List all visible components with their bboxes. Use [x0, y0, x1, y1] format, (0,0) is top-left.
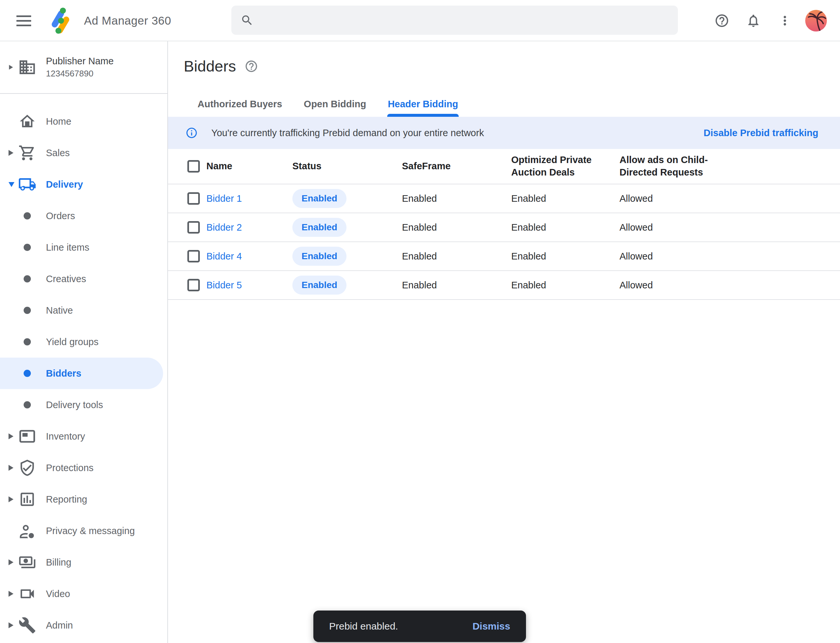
safeframe-value: Enabled: [402, 280, 511, 290]
tab-authorized-buyers[interactable]: Authorized Buyers: [198, 99, 282, 117]
bar-chart-icon: [18, 490, 36, 508]
sidebar-nav: Home Sales Delivery Orders Line items Cr…: [0, 94, 167, 641]
sidebar-item-yield-groups[interactable]: Yield groups: [0, 326, 163, 357]
opad-value: Enabled: [511, 222, 619, 233]
status-badge: Enabled: [293, 189, 346, 208]
table-row: Bidder 4 Enabled Enabled Enabled Allowed: [168, 242, 840, 271]
banner-message: You're currently trafficking Prebid dema…: [211, 127, 703, 139]
app-title: Ad Manager 360: [84, 0, 171, 41]
expand-icon: [9, 65, 13, 70]
sidebar-item-home[interactable]: Home: [0, 106, 163, 137]
sidebar-item-reporting[interactable]: Reporting: [0, 483, 163, 515]
video-camera-icon: [18, 585, 36, 603]
tab-bar: Authorized Buyers Open Bidding Header Bi…: [168, 41, 840, 117]
tab-header-bidding[interactable]: Header Bidding: [388, 99, 458, 117]
sidebar-item-admin[interactable]: Admin: [0, 610, 163, 641]
expand-icon: [8, 622, 13, 628]
palm-tree-icon: [805, 10, 827, 31]
cart-icon: [18, 144, 36, 162]
bullet-icon: [24, 212, 31, 219]
publisher-switcher[interactable]: Publisher Name 1234567890: [0, 41, 167, 94]
select-all-checkbox[interactable]: [187, 160, 200, 173]
table-row: Bidder 2 Enabled Enabled Enabled Allowed: [168, 213, 840, 242]
expand-icon: [8, 559, 13, 565]
expand-icon: [8, 150, 13, 156]
sidebar-item-delivery[interactable]: Delivery: [0, 169, 163, 200]
sidebar-item-line-items[interactable]: Line items: [0, 232, 163, 263]
toast-dismiss-button[interactable]: Dismiss: [472, 621, 510, 632]
col-header-status: Status: [293, 160, 402, 173]
row-checkbox[interactable]: [187, 250, 200, 263]
bullet-icon: [24, 338, 31, 346]
account-avatar[interactable]: [805, 10, 827, 31]
col-header-safeframe: SafeFrame: [402, 160, 511, 173]
table-row: Bidder 1 Enabled Enabled Enabled Allowed: [168, 184, 840, 213]
col-header-opad: Optimized Private Auction Deals: [511, 154, 600, 178]
menu-icon[interactable]: [16, 13, 37, 28]
disable-prebid-trafficking-link[interactable]: Disable Prebid trafficking: [703, 127, 818, 139]
truck-icon: [18, 175, 36, 194]
tab-open-bidding[interactable]: Open Bidding: [304, 99, 366, 117]
notifications-button[interactable]: [743, 10, 764, 31]
help-icon: [714, 13, 729, 28]
ad-manager-logo-icon[interactable]: [49, 7, 73, 34]
home-icon: [18, 113, 36, 130]
bullet-icon: [24, 401, 31, 408]
col-header-child-directed: Allow ads on Child-Directed Requests: [619, 154, 708, 178]
search-input[interactable]: [262, 15, 678, 26]
bullet-icon: [24, 370, 31, 377]
more-options-button[interactable]: [775, 10, 795, 31]
app-bar: Ad Manager 360: [0, 0, 840, 41]
wrench-icon: [18, 617, 36, 634]
sidebar-item-native[interactable]: Native: [0, 295, 163, 326]
sidebar-item-billing[interactable]: Billing: [0, 547, 163, 578]
child-directed-value: Allowed: [619, 251, 840, 262]
sidebar-item-orders[interactable]: Orders: [0, 200, 163, 232]
opad-value: Enabled: [511, 251, 619, 262]
expand-icon: [8, 433, 13, 439]
kebab-menu-icon: [778, 13, 792, 28]
sidebar-item-video[interactable]: Video: [0, 578, 163, 610]
toast: Prebid enabled. Dismiss: [313, 610, 526, 642]
sidebar-item-creatives[interactable]: Creatives: [0, 263, 163, 295]
bullet-icon: [24, 307, 31, 314]
expand-icon: [8, 496, 13, 502]
child-directed-value: Allowed: [619, 222, 840, 233]
sidebar: Publisher Name 1234567890 Home Sales Del…: [0, 41, 168, 643]
bidders-table: Name Status SafeFrame Optimized Private …: [168, 149, 840, 300]
row-checkbox[interactable]: [187, 192, 200, 205]
person-badge-icon: [18, 522, 36, 540]
bidder-link[interactable]: Bidder 2: [206, 222, 293, 233]
publisher-id: 1234567890: [46, 69, 114, 79]
sidebar-item-privacy-messaging[interactable]: Privacy & messaging: [0, 515, 163, 547]
safeframe-value: Enabled: [402, 251, 511, 262]
bidder-link[interactable]: Bidder 4: [206, 251, 293, 262]
table-header-row: Name Status SafeFrame Optimized Private …: [168, 149, 840, 184]
bidder-link[interactable]: Bidder 1: [206, 193, 293, 204]
building-icon: [18, 58, 36, 77]
sidebar-item-inventory[interactable]: Inventory: [0, 421, 163, 452]
sidebar-item-sales[interactable]: Sales: [0, 137, 163, 169]
safeframe-value: Enabled: [402, 222, 511, 233]
sidebar-item-bidders[interactable]: Bidders: [0, 357, 163, 389]
sidebar-item-delivery-tools[interactable]: Delivery tools: [0, 389, 163, 421]
row-checkbox[interactable]: [187, 221, 200, 233]
sidebar-item-protections[interactable]: Protections: [0, 452, 163, 483]
expand-icon: [8, 465, 13, 471]
payments-icon: [18, 553, 36, 571]
col-header-name: Name: [206, 160, 293, 173]
bidder-link[interactable]: Bidder 5: [206, 280, 293, 290]
inventory-icon: [18, 428, 36, 445]
expand-icon: [8, 591, 13, 597]
status-badge: Enabled: [293, 276, 346, 295]
opad-value: Enabled: [511, 280, 619, 290]
bullet-icon: [24, 275, 31, 282]
search-bar[interactable]: [231, 6, 678, 35]
child-directed-value: Allowed: [619, 280, 840, 290]
row-checkbox[interactable]: [187, 279, 200, 291]
shield-check-icon: [18, 459, 36, 477]
help-button[interactable]: [711, 10, 732, 31]
publisher-name: Publisher Name: [46, 56, 114, 67]
safeframe-value: Enabled: [402, 193, 511, 204]
collapse-icon: [8, 182, 15, 187]
